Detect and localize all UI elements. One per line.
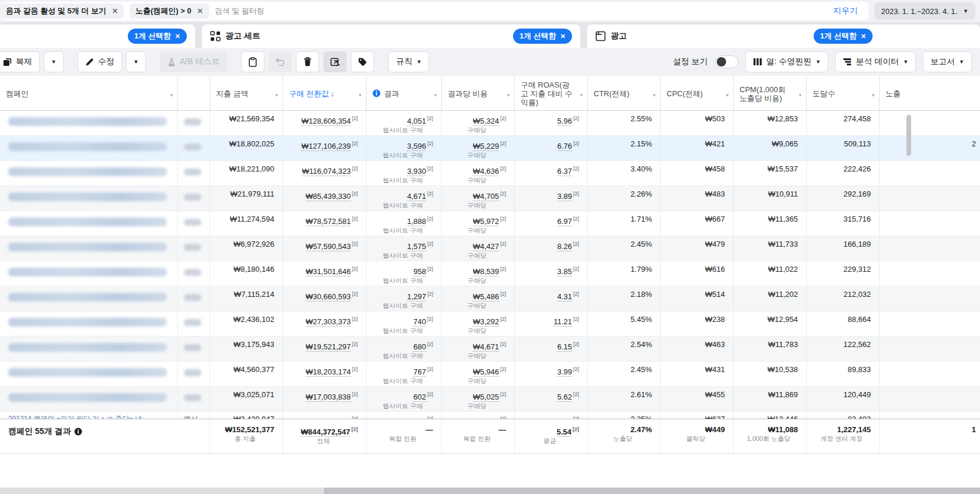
sort-caret-icon[interactable]: ▼	[725, 91, 730, 100]
cost-per-result-cell[interactable]: ₩5,486[2]구매당	[442, 286, 515, 311]
sort-caret-icon[interactable]: ▼	[358, 91, 362, 100]
duplicate-button[interactable]: 복제	[0, 51, 40, 72]
roas-cell[interactable]: 6.15[2]	[515, 337, 588, 361]
campaign-name-cell[interactable]	[0, 261, 178, 286]
date-range-selector[interactable]: 2023. 1. 1.~2023. 4. 1. ▼	[874, 2, 975, 20]
column-header-conv_value[interactable]: 구매 전환값 ↓▼	[283, 76, 367, 110]
sort-caret-icon[interactable]: ▼	[506, 91, 511, 100]
campaign-row[interactable]: ₩4,560,377₩18,203,174[2]767[2]웹사이트 구매₩5,…	[0, 362, 980, 387]
edit-menu-button[interactable]: ▼	[126, 51, 146, 72]
campaign-name-cell[interactable]	[0, 337, 178, 361]
filter-chip[interactable]: 노출(캠페인) > 0 ✕	[130, 3, 209, 19]
duplicate-menu-button[interactable]: ▼	[44, 51, 64, 72]
conversion-value-cell[interactable]: ₩116,074,323[2]	[283, 161, 367, 185]
results-cell[interactable]: 1,888[2]웹사이트 구매	[367, 211, 442, 236]
tab-ad-sets[interactable]: 광고 세트 1개 선택함 ✕	[202, 24, 580, 48]
roas-cell[interactable]: 3.89[2]	[515, 186, 588, 211]
sort-caret-icon[interactable]: ▼	[274, 91, 279, 100]
clipboard-button[interactable]	[241, 51, 264, 72]
results-cell[interactable]: 602[2]웹사이트 구매	[367, 387, 442, 411]
roas-cell[interactable]: 6.97[2]	[515, 211, 588, 236]
tab-ads[interactable]: 광고 1개 선택함 ✕	[587, 24, 980, 48]
roas-cell[interactable]: 4.81[2]	[515, 412, 588, 419]
campaign-name-cell[interactable]	[0, 111, 178, 135]
view-settings-toggle[interactable]	[715, 55, 738, 68]
close-icon[interactable]: ✕	[560, 33, 566, 40]
close-icon[interactable]: ✕	[175, 33, 180, 40]
total-conversion-value-cell[interactable]: ₩844,372,547[2]전체	[283, 419, 367, 453]
roas-cell[interactable]: 4.31[2]	[515, 286, 588, 311]
conversion-value-cell[interactable]: ₩17,003,838[2]	[283, 387, 367, 411]
info-icon[interactable]	[74, 427, 82, 436]
info-icon[interactable]	[372, 89, 381, 98]
cost-per-result-cell[interactable]: ₩3,292[2]구매당	[442, 311, 515, 336]
cost-per-result-cell[interactable]: ₩4,671[2]구매당	[442, 337, 515, 361]
column-header-reach[interactable]: 도달수▼	[807, 76, 880, 110]
horizontal-scrollbar-thumb[interactable]	[0, 488, 325, 494]
results-cell[interactable]: 644[2]웹사이트 구매	[367, 412, 442, 419]
conversion-value-cell[interactable]: ₩31,501,646[2]	[283, 261, 367, 286]
campaign-row[interactable]: 201214 캠페인 «피가 되다 가ㅅㄱ 중단» 내예시₩3,430,947₩…	[0, 412, 980, 419]
campaign-row[interactable]: ₩11,274,594₩78,572,581[2]1,888[2]웹사이트 구매…	[0, 211, 980, 236]
column-header-results[interactable]: 결과▼	[367, 76, 442, 110]
selected-count-badge[interactable]: 1개 선택함 ✕	[814, 29, 873, 44]
report-button[interactable]: 보고서 ▼	[923, 51, 972, 72]
campaign-row[interactable]: ₩2,436,102₩27,303,373[2]740[2]웹사이트 구매₩3,…	[0, 311, 980, 337]
roas-cell[interactable]: 5.62[2]	[515, 387, 588, 411]
campaign-row[interactable]: ₩21,979,111₩85,439,330[2]4,671[2]웹사이트 구매…	[0, 186, 980, 211]
sort-caret-icon[interactable]: ▼	[871, 91, 876, 100]
campaign-row[interactable]: ₩18,221,090₩116,074,323[2]3,930[2]웹사이트 구…	[0, 161, 980, 186]
roas-cell[interactable]: 11.21[2]	[515, 311, 588, 336]
undo-button[interactable]	[268, 51, 292, 72]
sort-caret-icon[interactable]: ▼	[798, 91, 803, 100]
cost-per-result-cell[interactable]: ₩4,427[2]구매당	[442, 236, 515, 261]
campaign-row[interactable]: ₩6,972,926₩57,590,543[2]1,575[2]웹사이트 구매₩…	[0, 236, 980, 261]
results-cell[interactable]: 680[2]웹사이트 구매	[367, 337, 442, 361]
cost-per-result-cell[interactable]: ₩5,025[2]구매당	[442, 387, 515, 411]
conversion-value-cell[interactable]: ₩85,439,330[2]	[283, 186, 367, 211]
columns-button[interactable]: 열: 수영찐찐 ▼	[745, 51, 829, 72]
roas-cell[interactable]: 5.96[2]	[515, 111, 588, 135]
results-cell[interactable]: 4,051[2]웹사이트 구매	[367, 111, 442, 135]
campaign-name-cell[interactable]	[0, 236, 178, 261]
export-button[interactable]	[323, 51, 347, 72]
column-header-spend[interactable]: 지출 금액▼	[210, 76, 283, 110]
filter-chip[interactable]: 음과 같음 활성 및 5개 더 보기 ✕	[0, 3, 124, 19]
cost-per-result-cell[interactable]: ₩5,324[2]구매당	[442, 111, 515, 135]
conversion-value-cell[interactable]: ₩30,660,593[2]	[283, 286, 367, 311]
selected-count-badge[interactable]: 1개 선택함 ✕	[128, 29, 187, 44]
campaign-name-cell[interactable]	[0, 362, 178, 386]
conversion-value-cell[interactable]: ₩16,773,713[2]	[283, 412, 367, 419]
conversion-value-cell[interactable]: ₩27,303,373[2]	[283, 311, 367, 336]
sort-caret-icon[interactable]: ▼	[652, 91, 657, 100]
campaign-name-cell[interactable]	[0, 387, 178, 411]
column-header-cost_per_result[interactable]: 결과당 비용▼	[442, 76, 515, 110]
delete-button[interactable]	[296, 51, 319, 72]
cost-per-result-cell[interactable]: ₩4,636[2]구매당	[442, 161, 515, 185]
column-header-impressions[interactable]: 노출	[880, 76, 980, 110]
roas-cell[interactable]: 6.76[2]	[515, 136, 588, 160]
search-filter-bar[interactable]: 음과 같음 활성 및 5개 더 보기 ✕ 노출(캠페인) > 0 ✕ 검색 및 …	[0, 2, 869, 20]
column-header-cpc[interactable]: CPC(전체)▼	[661, 76, 734, 110]
campaign-row[interactable]: ₩3,025,071₩17,003,838[2]602[2]웹사이트 구매₩5,…	[0, 387, 980, 412]
results-cell[interactable]: 767[2]웹사이트 구매	[367, 362, 442, 386]
ab-test-button[interactable]: A/B 테스트	[160, 51, 227, 72]
conversion-value-cell[interactable]: ₩78,572,581[2]	[283, 211, 367, 236]
campaign-name-cell[interactable]: 201214 캠페인 «피가 되다 가ㅅㄱ 중단» 내	[0, 412, 178, 419]
campaign-name-cell[interactable]	[0, 211, 178, 236]
column-header-roas[interactable]: 구매 ROAS(광고 지출 대비 수익률)▼	[515, 76, 588, 110]
tab-campaigns[interactable]: 1개 선택함 ✕	[0, 24, 195, 48]
breakdown-button[interactable]: 분석 데이터 ▼	[835, 51, 916, 72]
results-cell[interactable]: 3,596[2]웹사이트 구매	[367, 136, 442, 160]
horizontal-scrollbar[interactable]	[0, 488, 980, 494]
conversion-value-cell[interactable]: ₩128,606,354[2]	[283, 111, 367, 135]
campaign-row[interactable]: ₩8,180,146₩31,501,646[2]958[2]웹사이트 구매₩8,…	[0, 261, 980, 286]
roas-cell[interactable]: 8.26[2]	[515, 236, 588, 261]
campaign-name-cell[interactable]	[0, 136, 178, 160]
close-icon[interactable]: ✕	[112, 7, 118, 15]
tag-button[interactable]	[351, 51, 374, 72]
cost-per-result-cell[interactable]: ₩5,229[2]구매당	[442, 136, 515, 160]
results-cell[interactable]: 1,297[2]웹사이트 구매	[367, 286, 442, 311]
conversion-value-cell[interactable]: ₩57,590,543[2]	[283, 236, 367, 261]
conversion-value-cell[interactable]: ₩19,521,297[2]	[283, 337, 367, 361]
